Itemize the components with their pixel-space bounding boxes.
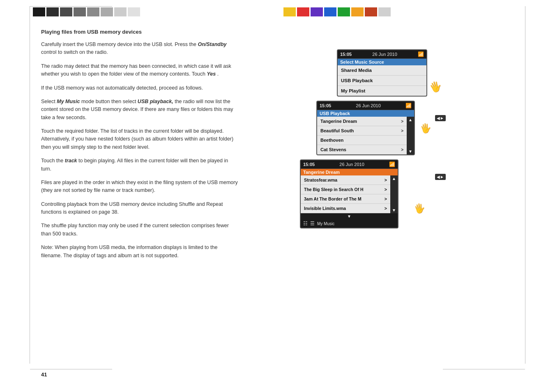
screen3-arrow-2: > (385, 187, 387, 192)
bar-seg-5 (87, 7, 99, 16)
bar-col-2 (297, 7, 309, 16)
bar-seg-7 (114, 7, 127, 16)
screen2-item-beautiful-south-label: Beautiful South (320, 128, 354, 133)
screen1-item-usb-playback[interactable]: USB Playback (338, 76, 426, 86)
screen3-time: 15:05 (303, 162, 315, 167)
screen2-item-cat-stevens-label: Cat Stevens (320, 147, 346, 152)
screen2-arrow-2: > (401, 129, 403, 133)
screen1-header: 15:05 26 Jun 2010 📶 (338, 50, 426, 59)
paragraph-2: The radio may detect that the memory has… (41, 62, 238, 78)
screen1-date: 26 Jun 2010 (372, 52, 397, 57)
bar-seg-2 (46, 7, 59, 16)
menu-icon: ☰ (310, 221, 315, 226)
hline-bottom-right (443, 369, 525, 369)
screen1-subtitle: Select Music Source (338, 59, 426, 65)
paragraph-7: Files are played in the order in which t… (41, 179, 238, 195)
scroll-indicator: ▼ (301, 213, 398, 219)
screen3: 15:05 26 Jun 2010 📶 Tangerine Dream Stra… (300, 159, 398, 228)
screen2: 15:05 26 Jun 2010 📶 USB Playback Tangeri… (316, 101, 415, 155)
vline-left (30, 6, 30, 364)
screen2-item-tangerine[interactable]: Tangerine Dream > (317, 117, 407, 126)
bar-seg-6 (101, 7, 113, 16)
grid-icon: ☷ (303, 221, 308, 226)
screen3-arrow-1: > (385, 178, 387, 182)
screen2-item-beethoven[interactable]: Beethoven (317, 136, 407, 145)
screen3-subtitle: Tangerine Dream (301, 169, 398, 175)
screen2-arrow-1: > (401, 119, 403, 124)
hline-bottom-left (30, 369, 112, 369)
screen3-invisible-label: Invisible Limits.wma (304, 206, 346, 211)
scroll-down-arrow-3[interactable]: ▼ (392, 208, 396, 212)
paragraph-1: Carefully insert the USB memory device i… (41, 41, 238, 57)
screen3-item-big-sleep[interactable]: The Big Sleep in Search Of H > (301, 185, 390, 194)
screen3-big-sleep-label: The Big Sleep in Search Of H (304, 187, 364, 192)
page-number: 41 (41, 371, 47, 378)
paragraph-9: The shuffle play function may only be us… (41, 222, 238, 238)
bottom-bar-label: My Music (317, 221, 334, 226)
bar-seg-8 (128, 7, 140, 16)
paragraph-4: Select My Music mode button then select … (41, 98, 238, 122)
scroll-up-arrow-3[interactable]: ▲ (392, 176, 396, 181)
paragraph-6: Touch the track to begin playing. All fi… (41, 157, 238, 173)
volume-indicator-3: ◀► (435, 174, 446, 180)
screen2-item-beethoven-label: Beethoven (320, 138, 343, 143)
screen3-item-invisible[interactable]: Invisible Limits.wma > (301, 204, 390, 213)
bar-col-6 (351, 7, 364, 16)
screen2-arrow-4: > (401, 148, 403, 152)
screen3-item-stratosfear[interactable]: Stratosfear.wma > (301, 175, 390, 185)
screen1-item-shared-media[interactable]: Shared Media (338, 65, 426, 76)
screen2-item-tangerine-label: Tangerine Dream (320, 119, 357, 124)
bar-col-1 (283, 7, 296, 16)
screen3-arrow-4: > (385, 206, 387, 211)
scroll-down-arrow[interactable]: ▼ (408, 149, 412, 154)
screen2-time: 15:05 (320, 103, 331, 108)
bar-col-4 (324, 7, 336, 16)
paragraph-8: Controlling playback from the USB memory… (41, 201, 238, 217)
bar-col-3 (311, 7, 323, 16)
bar-seg-4 (74, 7, 86, 16)
top-bar-left (33, 7, 140, 16)
hand-cursor-1: 🖐 (428, 79, 443, 95)
section-title: Playing files from USB memory devices (41, 29, 238, 35)
bar-seg-1 (33, 7, 45, 16)
screen1-item-my-playlist[interactable]: My Playlist (338, 86, 426, 96)
paragraph-3: If the USB memory was not automatically … (41, 84, 238, 92)
bar-col-5 (338, 7, 350, 16)
bar-col-8 (378, 7, 391, 16)
screen3-item-3am[interactable]: 3am At The Border of The M > (301, 194, 390, 204)
screen3-wifi: 📶 (389, 161, 395, 167)
volume-indicator-2: ◀► (435, 115, 446, 121)
down-arrow-icon: ▼ (347, 214, 351, 219)
paragraph-10: Note: When playing from USB media, the i… (41, 244, 238, 260)
devices-area: 15:05 26 Jun 2010 📶 Select Music Source … (279, 49, 435, 232)
vline-right (525, 6, 525, 364)
bar-seg-3 (60, 7, 72, 16)
screen1-time: 15:05 (340, 52, 352, 57)
screen2-header: 15:05 26 Jun 2010 📶 (317, 101, 414, 110)
screen3-bottom-bar: ☷ ☰ My Music (301, 219, 398, 228)
screen2-item-beautiful-south[interactable]: Beautiful South > (317, 126, 407, 136)
screen2-item-cat-stevens[interactable]: Cat Stevens > (317, 145, 407, 154)
screen3-header: 15:05 26 Jun 2010 📶 (301, 160, 398, 169)
screen3-date: 26 Jun 2010 (339, 162, 364, 167)
bar-col-7 (365, 7, 377, 16)
hand-cursor-2: 🖐 (419, 122, 432, 135)
hline-top-left (30, 6, 112, 7)
screen2-subtitle: USB Playback (317, 110, 414, 117)
paragraph-5: Touch the required folder. The list of t… (41, 127, 238, 151)
screen3-stratosfear-label: Stratosfear.wma (304, 178, 337, 182)
hand-cursor-3: 🖐 (413, 203, 426, 215)
screen1: 15:05 26 Jun 2010 📶 Select Music Source … (337, 49, 427, 97)
top-bar-right (283, 7, 391, 16)
screen2-date: 26 Jun 2010 (356, 103, 381, 108)
main-content: Playing files from USB memory devices Ca… (41, 29, 238, 265)
screen3-arrow-3: > (385, 196, 387, 201)
scroll-up-arrow[interactable]: ▲ (408, 118, 412, 122)
screen1-wifi: 📶 (418, 51, 424, 57)
screen3-3am-label: 3am At The Border of The M (304, 196, 362, 201)
screen2-wifi: 📶 (405, 103, 412, 108)
